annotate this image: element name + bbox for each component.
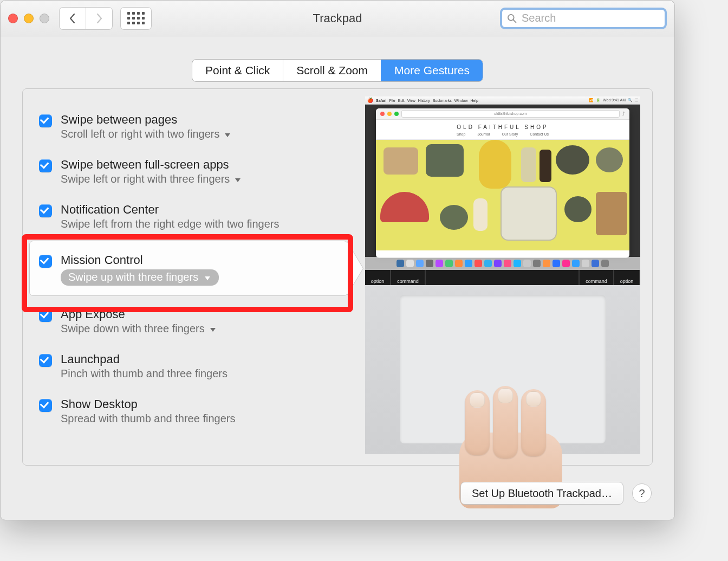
setup-bluetooth-trackpad-button[interactable]: Set Up Bluetooth Trackpad…	[460, 482, 623, 505]
chevron-left-icon	[68, 13, 77, 24]
option-title: Launchpad	[61, 352, 227, 366]
content-area: Point & Click Scroll & Zoom More Gesture…	[1, 36, 674, 520]
gesture-options: Swipe between pages Scroll left or right…	[39, 107, 342, 437]
option-title: Mission Control	[61, 253, 219, 267]
tab-bar: Point & Click Scroll & Zoom More Gesture…	[192, 59, 483, 82]
checkbox-swipe-apps[interactable]	[39, 159, 52, 172]
option-subtitle-dropdown[interactable]: Scroll left or right with two fingers	[61, 128, 230, 140]
tabs-wrap: Point & Click Scroll & Zoom More Gesture…	[1, 36, 674, 82]
option-swipe-apps: Swipe between full-screen apps Swipe lef…	[39, 152, 342, 197]
chevron-right-icon	[95, 13, 103, 24]
checkbox-mission-control[interactable]	[39, 255, 52, 268]
option-swipe-pages: Swipe between pages Scroll left or right…	[39, 107, 342, 152]
option-notification-center: Notification Center Swipe left from the …	[39, 197, 342, 242]
preview-menubar: 🍎 Safari File Edit View History Bookmark…	[365, 96, 640, 105]
zoom-window-button[interactable]	[40, 14, 49, 23]
preview-screen: 🍎 Safari File Edit View History Bookmark…	[365, 96, 640, 270]
titlebar: Trackpad	[1, 1, 674, 36]
gesture-preview: 🍎 Safari File Edit View History Bookmark…	[365, 96, 640, 454]
option-subtitle: Pinch with thumb and three fingers	[61, 367, 227, 380]
checkbox-launchpad[interactable]	[39, 354, 52, 367]
checkbox-notification-center[interactable]	[39, 204, 52, 217]
search-icon	[506, 13, 517, 24]
help-button[interactable]: ?	[632, 483, 652, 503]
option-title: Notification Center	[61, 203, 280, 217]
window-controls	[8, 14, 49, 23]
preview-browser-chrome: oldfaithfulshop.com ⤴︎	[376, 108, 629, 120]
tab-point-click[interactable]: Point & Click	[192, 60, 283, 81]
checkbox-show-desktop[interactable]	[39, 399, 52, 412]
option-subtitle: Swipe left from the right edge with two …	[61, 218, 280, 230]
nav-history-group	[59, 7, 113, 30]
close-window-button[interactable]	[8, 14, 18, 23]
option-title: Show Desktop	[61, 397, 235, 411]
option-subtitle-dropdown[interactable]: Swipe down with three fingers	[61, 323, 216, 335]
preview-site-title: OLD FAITHFUL SHOP	[376, 120, 629, 132]
checkbox-swipe-pages[interactable]	[39, 114, 52, 127]
key-command-right: command	[580, 270, 614, 285]
show-all-button[interactable]	[120, 7, 152, 30]
option-subtitle-dropdown[interactable]: Swipe left or right with three fingers	[61, 173, 240, 185]
back-button[interactable]	[60, 8, 86, 29]
tab-scroll-zoom[interactable]: Scroll & Zoom	[283, 60, 381, 81]
option-title: App Exposé	[61, 307, 216, 321]
footer: Set Up Bluetooth Trackpad… ?	[460, 482, 652, 505]
option-subtitle-dropdown[interactable]: Swipe up with three fingers	[61, 269, 219, 286]
option-show-desktop: Show Desktop Spread with thumb and three…	[39, 392, 342, 437]
tab-more-gestures[interactable]: More Gestures	[381, 60, 483, 81]
svg-line-1	[514, 20, 516, 22]
key-option-right: option	[614, 270, 640, 285]
chevron-down-icon	[225, 133, 230, 137]
preview-site-body	[376, 140, 629, 250]
key-command-left: command	[391, 270, 426, 285]
preview-hand	[452, 386, 582, 494]
grid-icon	[127, 12, 145, 24]
preview-keyboard-row: option command command option	[365, 270, 640, 285]
chevron-down-icon	[210, 328, 216, 332]
option-title: Swipe between full-screen apps	[61, 158, 240, 172]
preview-trackpad-body	[365, 285, 640, 454]
minimize-window-button[interactable]	[24, 14, 34, 23]
settings-pane: Swipe between pages Scroll left or right…	[22, 88, 653, 466]
preferences-window: Trackpad Point & Click Scroll & Zoom Mor…	[0, 0, 675, 520]
option-subtitle: Spread with thumb and three fingers	[61, 412, 235, 425]
key-spacebar	[426, 270, 580, 285]
option-app-expose: App Exposé Swipe down with three fingers	[39, 302, 342, 347]
search-input[interactable]	[521, 11, 660, 25]
preview-dock	[365, 257, 640, 270]
search-field-wrap[interactable]	[500, 8, 667, 29]
chevron-down-icon	[205, 276, 210, 280]
chevron-down-icon	[235, 178, 240, 182]
key-option-left: option	[365, 270, 391, 285]
preview-browser-window: oldfaithfulshop.com ⤴︎ OLD FAITHFUL SHOP…	[376, 108, 629, 258]
checkbox-app-expose[interactable]	[39, 309, 52, 322]
option-launchpad: Launchpad Pinch with thumb and three fin…	[39, 347, 342, 392]
option-title: Swipe between pages	[61, 113, 230, 127]
preview-site-nav: Shop Journal Our Story Contact Us	[376, 132, 629, 140]
option-mission-control: Mission Control Swipe up with three fing…	[39, 242, 342, 302]
forward-button[interactable]	[86, 8, 112, 29]
